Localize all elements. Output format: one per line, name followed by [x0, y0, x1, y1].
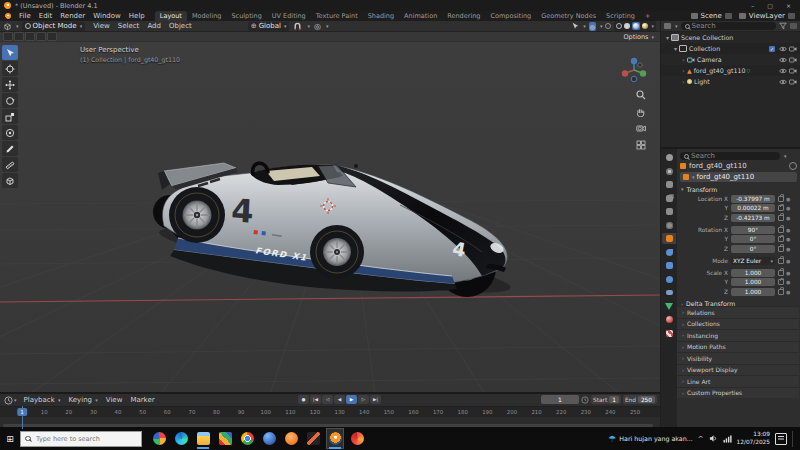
volume-icon[interactable]: [709, 434, 718, 443]
hide-eye-icon[interactable]: [779, 68, 787, 74]
data-properties-tab[interactable]: [662, 301, 676, 312]
outliner-item-collection[interactable]: ▾Collection✓: [661, 43, 800, 54]
camera-view-icon[interactable]: [636, 124, 646, 135]
gizmo-y-axis[interactable]: [640, 70, 646, 76]
taskbar-slash-app-button[interactable]: [304, 428, 322, 449]
outliner-options-icon[interactable]: [790, 23, 797, 29]
proportional-caret[interactable]: ▾: [326, 23, 329, 29]
hidden-icons-chevron[interactable]: ^: [698, 435, 704, 443]
close-button[interactable]: ×: [786, 2, 791, 9]
transform-value-field[interactable]: -0.42173 m: [731, 214, 775, 222]
taskbar-blocks-app-button[interactable]: [216, 428, 234, 449]
end-frame-field[interactable]: End 250: [623, 395, 657, 404]
gizmo-axis-neg[interactable]: [638, 63, 642, 67]
start-frame-field[interactable]: Start 1: [591, 395, 621, 404]
mode-dropdown[interactable]: Object Mode ▾: [22, 22, 86, 31]
object-name-field[interactable]: ▾ ford_gt40_gt110: [680, 172, 797, 182]
section-relations[interactable]: ›Relations: [677, 306, 799, 318]
hide-eye-icon[interactable]: [779, 46, 787, 52]
wireframe-shading-icon[interactable]: [616, 23, 622, 29]
timeline-editor-caret[interactable]: ▾: [14, 397, 17, 403]
next-keyframe-button[interactable]: ▷: [358, 395, 369, 404]
outliner-search[interactable]: Search: [681, 22, 776, 30]
menu-window[interactable]: Window: [89, 12, 125, 20]
measure-tool[interactable]: [2, 157, 18, 172]
taskbar-pinwheel-app-button[interactable]: [150, 428, 168, 449]
pin-id-icon[interactable]: [789, 162, 797, 170]
workspace-tab-compositing[interactable]: Compositing: [485, 11, 536, 21]
timeline-menu-keying[interactable]: Keying ▾: [65, 396, 102, 404]
zoom-icon[interactable]: [636, 90, 646, 102]
taskbar-red-circle-app-button[interactable]: [348, 428, 366, 449]
taskbar-search-input[interactable]: [34, 434, 137, 444]
minimize-button[interactable]: –: [751, 2, 754, 9]
rotation-mode-dropdown[interactable]: XYZ Euler▾: [731, 257, 775, 265]
snap-caret[interactable]: ▾: [307, 23, 310, 29]
play-reverse-button[interactable]: ◀: [334, 395, 345, 404]
exclude-checkbox[interactable]: ✓: [769, 46, 775, 52]
expand-icon[interactable]: ›: [680, 78, 687, 85]
jump-to-start-button[interactable]: |◀: [310, 395, 321, 404]
workspace-tab-texture-paint[interactable]: Texture Paint: [311, 11, 363, 21]
outliner-item-ford-gt40-gt110[interactable]: ›▲ford_gt40_gt110▽: [661, 65, 800, 76]
transform-value-field[interactable]: 0°: [731, 235, 775, 243]
section-motion-paths[interactable]: ›Motion Paths: [677, 341, 799, 353]
network-icon[interactable]: [723, 435, 732, 443]
previous-keyframe-button[interactable]: ◁: [322, 395, 333, 404]
proportional-editing-icon[interactable]: ◎: [314, 22, 321, 31]
expand-icon[interactable]: ›: [680, 67, 687, 74]
weather-widget[interactable]: ☂ Hari hujan yang akan...: [608, 434, 692, 444]
taskbar-chrome-button[interactable]: [238, 428, 256, 449]
select-box-tool[interactable]: [2, 45, 18, 60]
xray-toggle[interactable]: [605, 23, 611, 29]
expand-icon[interactable]: ›: [680, 56, 687, 63]
viewport-menu-view[interactable]: View: [89, 22, 114, 30]
transform-panel-header[interactable]: ▾ Transform: [680, 184, 797, 194]
object-properties-tab[interactable]: [662, 233, 676, 244]
viewport-menu-select[interactable]: Select: [114, 22, 144, 30]
toggle-ortho-icon[interactable]: [636, 140, 646, 152]
transform-value-field[interactable]: 90°: [731, 226, 775, 234]
annotate-tool[interactable]: [2, 141, 18, 156]
workspace-tab-scripting[interactable]: Scripting: [601, 11, 640, 21]
transform-value-field[interactable]: 0.00022 m: [731, 204, 775, 212]
editor-type-icon[interactable]: [3, 22, 12, 31]
rotate-tool[interactable]: [2, 93, 18, 108]
snap-magnet-icon[interactable]: [293, 22, 302, 31]
workspace-tab-geometry-nodes[interactable]: Geometry Nodes: [536, 11, 601, 21]
taskbar-blue-swirl-app-button[interactable]: [260, 428, 278, 449]
field-decorators[interactable]: ●: [778, 215, 790, 221]
workspace-tab-sculpting[interactable]: Sculpting: [226, 11, 266, 21]
transform-value-field[interactable]: 0°: [731, 245, 775, 253]
transform-tool[interactable]: [2, 125, 18, 140]
output-properties-tab[interactable]: [662, 179, 676, 190]
modifiers-properties-tab[interactable]: [662, 247, 676, 258]
pan-hand-icon[interactable]: [636, 107, 646, 119]
viewport-3d[interactable]: Options ▾ User Perspective (1) Collectio…: [0, 32, 660, 392]
menu-render[interactable]: Render: [56, 12, 89, 20]
add-workspace-button[interactable]: +: [640, 11, 655, 21]
field-decorators[interactable]: ●: [778, 289, 790, 295]
jump-to-end-button[interactable]: ▶|: [370, 395, 381, 404]
texture-properties-tab[interactable]: [662, 328, 676, 339]
world-properties-tab[interactable]: [662, 220, 676, 231]
cursor-tool[interactable]: [2, 61, 18, 76]
render-visibility-icon[interactable]: [789, 57, 797, 63]
shading-caret[interactable]: ▾: [651, 23, 654, 29]
outliner-item-light[interactable]: ›Light: [661, 76, 800, 87]
car-model-render[interactable]: 4 4 FORD X1: [150, 160, 520, 347]
material-properties-tab[interactable]: [662, 314, 676, 325]
collapse-icon[interactable]: ▾: [664, 34, 671, 41]
menu-edit[interactable]: Edit: [35, 12, 57, 20]
physics-properties-tab[interactable]: [662, 274, 676, 285]
field-decorators[interactable]: ●: [778, 258, 790, 264]
properties-filter-icon[interactable]: ▾: [784, 153, 787, 159]
field-decorators[interactable]: ●: [778, 270, 790, 276]
timeline-editor-icon[interactable]: [4, 396, 13, 405]
outliner-item-camera[interactable]: ›Camera: [661, 54, 800, 65]
outliner-display-caret[interactable]: ▾: [675, 23, 678, 29]
timeline-ruler[interactable]: 1020304050607080901001101201301401501601…: [0, 406, 660, 417]
viewport-menu-object[interactable]: Object: [165, 22, 196, 30]
hide-eye-icon[interactable]: [779, 79, 787, 85]
field-decorators[interactable]: ●: [778, 205, 790, 211]
